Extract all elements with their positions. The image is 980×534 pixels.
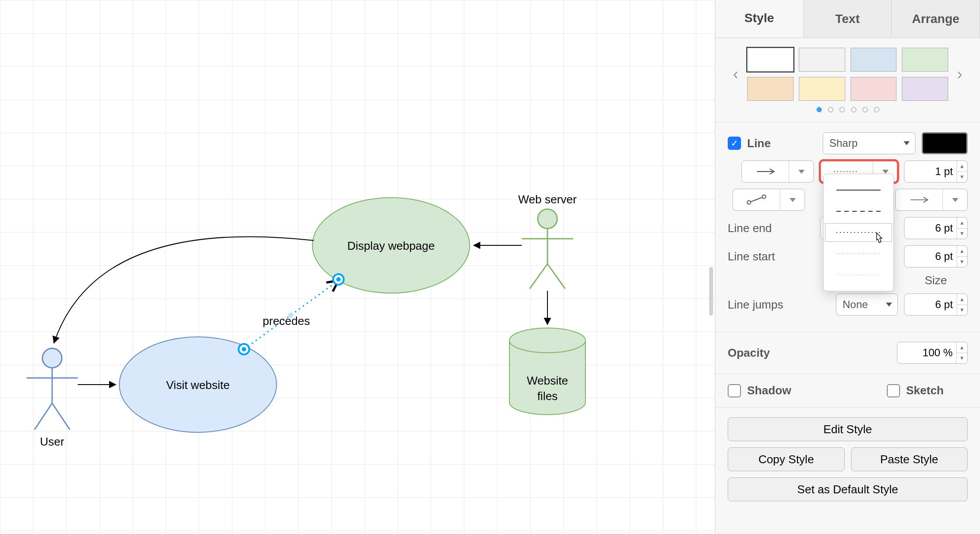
opacity-input[interactable]: ▲▼	[897, 342, 968, 364]
dash-option-fine-dotted[interactable]	[824, 264, 893, 286]
line-waypoint-icon	[746, 195, 767, 205]
tab-arrange-label: Arrange	[912, 12, 959, 26]
node-visit-website-label: Visit website	[166, 378, 230, 392]
dash-option-dashed[interactable]	[824, 201, 893, 222]
line-end-size-input[interactable]: ▲▼	[904, 217, 968, 239]
line-start-size-value[interactable]	[904, 246, 957, 267]
step-up[interactable]: ▲	[957, 342, 967, 353]
column-size-label: Size	[904, 274, 968, 287]
line-start-label: Line start	[728, 250, 798, 263]
edit-style-button[interactable]: Edit Style	[728, 417, 968, 441]
palette-page-dot-4[interactable]	[862, 107, 868, 112]
set-default-style-label: Set as Default Style	[797, 483, 898, 496]
line-width-input[interactable]: ▲▼	[904, 160, 968, 183]
dash-option-fine-dashed[interactable]	[824, 243, 893, 264]
svg-line-6	[34, 403, 52, 430]
line-color-chip[interactable]	[922, 132, 968, 154]
svg-line-11	[530, 264, 547, 289]
edit-style-label: Edit Style	[824, 423, 872, 436]
svg-line-7	[52, 403, 70, 430]
line-width-step-up[interactable]: ▲	[957, 161, 967, 172]
node-webserver-actor[interactable]	[522, 209, 573, 289]
tab-text[interactable]: Text	[804, 0, 892, 38]
node-website-files-label-1: Website	[527, 374, 568, 387]
palette-swatch-0[interactable]	[747, 48, 794, 72]
line-jumps-value: None	[843, 298, 868, 310]
fill-palette-section: ‹ ›	[715, 38, 980, 122]
line-jumps-size-value[interactable]	[904, 294, 957, 315]
chevron-down-icon	[942, 189, 967, 210]
step-down[interactable]: ▼	[957, 353, 967, 364]
dash-option-dotted[interactable]	[824, 222, 893, 243]
step-up[interactable]: ▲	[957, 217, 967, 229]
paste-style-button[interactable]: Paste Style	[851, 447, 968, 471]
copy-style-button[interactable]: Copy Style	[728, 447, 845, 471]
opacity-label: Opacity	[728, 346, 770, 360]
palette-page-dot-3[interactable]	[851, 107, 856, 112]
line-dash-popup[interactable]	[823, 174, 894, 291]
node-visit-website[interactable]: Visit website	[119, 337, 277, 432]
shadow-label: Shadow	[747, 384, 791, 397]
step-down[interactable]: ▼	[957, 305, 967, 316]
palette-page-dot-0[interactable]	[817, 107, 822, 112]
palette-swatch-3[interactable]	[902, 48, 948, 72]
dash-option-solid[interactable]	[824, 179, 893, 201]
line-jumps-label: Line jumps	[728, 298, 783, 312]
chevron-left-icon: ‹	[733, 65, 738, 84]
palette-swatch-7[interactable]	[902, 77, 948, 101]
step-up[interactable]: ▲	[957, 294, 967, 305]
sketch-checkbox[interactable]	[887, 384, 900, 397]
format-panel: Style Text Arrange ‹ › ✓ Line Sharp	[715, 0, 980, 534]
palette-next[interactable]: ›	[952, 66, 968, 82]
node-website-files-label-2: files	[537, 389, 558, 403]
chevron-right-icon: ›	[957, 65, 962, 84]
palette-page-dot-5[interactable]	[874, 107, 879, 112]
step-down[interactable]: ▼	[957, 257, 967, 267]
palette-swatch-2[interactable]	[851, 48, 897, 72]
svg-point-17	[336, 277, 341, 282]
node-webserver-label: Web server	[518, 193, 577, 206]
canvas-vertical-scrollbar[interactable]	[709, 267, 713, 316]
panel-tabs: Style Text Arrange	[715, 0, 980, 38]
step-down[interactable]: ▼	[957, 229, 967, 239]
step-up[interactable]: ▲	[957, 246, 967, 257]
palette-page-dot-1[interactable]	[828, 107, 833, 112]
diagram-canvas[interactable]: Display webpage Visit website Website fi…	[0, 0, 715, 534]
node-user-actor[interactable]	[27, 348, 78, 430]
svg-point-3	[42, 348, 62, 368]
palette-swatch-5[interactable]	[799, 77, 845, 101]
effects-section: Shadow Sketch	[715, 374, 980, 408]
set-default-style-button[interactable]: Set as Default Style	[728, 477, 968, 501]
line-curve-select[interactable]: Sharp	[823, 132, 915, 154]
tab-arrange[interactable]: Arrange	[892, 0, 980, 38]
line-width-value[interactable]	[904, 161, 957, 182]
line-jumps-size-input[interactable]: ▲▼	[904, 294, 968, 316]
tab-style-label: Style	[744, 11, 774, 25]
line-start-size-input[interactable]: ▲▼	[904, 245, 968, 267]
connection-type-dropdown[interactable]	[741, 160, 814, 183]
node-website-files[interactable]: Website files	[509, 328, 585, 415]
line-end-size-value[interactable]	[904, 217, 957, 239]
palette-swatch-6[interactable]	[851, 77, 897, 101]
canvas-svg[interactable]: Display webpage Visit website Website fi…	[0, 0, 715, 534]
palette-prev[interactable]: ‹	[728, 66, 744, 82]
tab-style[interactable]: Style	[715, 0, 804, 38]
palette-swatch-4[interactable]	[747, 77, 794, 101]
opacity-value[interactable]	[897, 342, 956, 363]
arrow-right-icon	[755, 168, 775, 175]
line-width-step-down[interactable]: ▼	[957, 172, 967, 183]
svg-point-23	[762, 195, 766, 198]
arrow-thin-icon	[909, 196, 929, 204]
svg-line-12	[547, 264, 565, 289]
line-checkbox[interactable]: ✓	[728, 137, 741, 150]
palette-page-dot-2[interactable]	[839, 107, 845, 112]
edge-precedes-label[interactable]: precedes	[263, 314, 310, 328]
line-section: ✓ Line Sharp ▲▼	[715, 122, 980, 332]
arrow-end-style-dropdown[interactable]	[895, 189, 968, 211]
copy-style-label: Copy Style	[758, 453, 814, 466]
palette-swatch-1[interactable]	[799, 48, 845, 72]
waypoint-style-dropdown[interactable]	[733, 189, 805, 211]
paste-style-label: Paste Style	[880, 453, 938, 466]
line-jumps-select[interactable]: None	[836, 294, 898, 316]
shadow-checkbox[interactable]	[728, 384, 741, 397]
